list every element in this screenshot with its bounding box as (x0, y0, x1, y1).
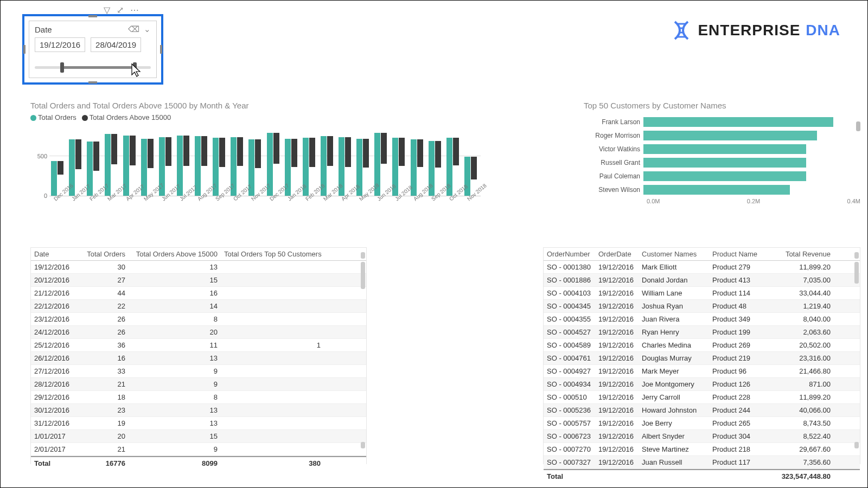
cell: 36 (77, 339, 129, 351)
cell: Mark Elliott (639, 261, 709, 273)
cell: Product 96 (709, 365, 769, 377)
slider-handle-end[interactable] (133, 62, 137, 73)
column-header[interactable]: Customer Names (639, 248, 709, 260)
bar-above-15000 (165, 137, 171, 166)
footer-cell (709, 470, 769, 483)
cell (221, 300, 324, 312)
date-slicer-selected[interactable]: Date ⌫ ⌄ 19/12/2016 28/04/2019 (22, 14, 163, 85)
table-row[interactable]: SO - 000476119/12/2016Douglas MurrayProd… (544, 352, 860, 365)
cell: 20 (129, 326, 221, 338)
column-header[interactable]: OrderNumber (544, 248, 595, 260)
orders-by-date-table[interactable]: DateTotal OrdersTotal Orders Above 15000… (30, 247, 367, 464)
cell: Product 413 (709, 274, 769, 286)
cell: 33 (77, 365, 129, 377)
table-scrollbar[interactable] (361, 262, 365, 289)
table-scrollbar[interactable] (854, 262, 859, 284)
table-row[interactable]: SO - 000523619/12/2016Howard JohnstonPro… (544, 404, 860, 417)
table-row[interactable]: 31/12/20161913 (31, 417, 366, 430)
eraser-icon[interactable]: ⌫ (128, 24, 139, 34)
cell: 31/12/2016 (31, 417, 77, 429)
table-row[interactable]: SO - 000410319/12/2016William LaneProduc… (544, 287, 860, 300)
table-row[interactable]: SO - 000452719/12/2016Ryan HenryProduct … (544, 326, 860, 339)
table-row[interactable]: 29/12/2016188 (31, 391, 366, 404)
cell: 33,044.40 (769, 287, 834, 299)
cell: Product 349 (709, 313, 769, 325)
cell: 19/12/2016 (595, 456, 639, 468)
table-row[interactable]: SO - 000188619/12/2016Donald JordanProdu… (544, 274, 860, 287)
table-scroll-up[interactable] (361, 252, 365, 259)
bar-above-15000 (345, 137, 351, 167)
cell: 19/12/2016 (595, 313, 639, 325)
table-row[interactable]: SO - 00051019/12/2016Jerry CarrollProduc… (544, 391, 860, 404)
table-row[interactable]: SO - 000575719/12/2016Joe BerryProduct 2… (544, 417, 860, 430)
cell: 15 (129, 430, 221, 442)
table-row[interactable]: SO - 000727019/12/2016Steve MartinezProd… (544, 443, 860, 456)
table-row[interactable]: 19/12/20163013 (31, 261, 366, 274)
column-header[interactable]: Date (31, 248, 77, 260)
column-header[interactable]: OrderDate (595, 248, 639, 260)
cell: 2/01/2017 (31, 443, 77, 455)
slider-handle-start[interactable] (60, 62, 64, 73)
selection-handle-left[interactable] (23, 45, 25, 54)
cell: Ryan Henry (639, 326, 709, 338)
table-row[interactable]: 25/12/201636111 (31, 339, 366, 352)
selection-handle-bottom[interactable] (88, 81, 97, 84)
cell: SO - 0007327 (544, 456, 595, 468)
table-row[interactable]: SO - 000138019/12/2016Mark ElliottProduc… (544, 261, 860, 274)
cell: Product 126 (709, 378, 769, 390)
table-row[interactable]: SO - 000434519/12/2016Joshua RyanProduct… (544, 300, 860, 313)
cell: Product 304 (709, 430, 769, 442)
table-row[interactable]: SO - 000492719/12/2016Mark MeyerProduct … (544, 365, 860, 378)
legend-swatch-above-15000 (82, 115, 88, 121)
column-header[interactable]: Total Orders (77, 248, 129, 260)
table-row[interactable]: SO - 000435519/12/2016Juan RiveraProduct… (544, 313, 860, 326)
cell: 7,035.00 (769, 274, 834, 286)
table-row[interactable]: 2/01/2017219 (31, 443, 366, 456)
top-customers-scrollbar[interactable] (856, 121, 860, 131)
table-row[interactable]: SO - 000493419/12/2016Joe MontgomeryProd… (544, 378, 860, 391)
table-row[interactable]: 27/12/2016339 (31, 365, 366, 378)
cell: SO - 000510 (544, 391, 595, 403)
bar-above-15000 (183, 136, 189, 166)
bar-above-15000 (273, 133, 279, 163)
table-row[interactable]: 1/01/20172015 (31, 430, 366, 443)
table-row[interactable]: 21/12/20164416 (31, 287, 366, 300)
table-row[interactable]: SO - 000732719/12/2016Juan RussellProduc… (544, 456, 860, 469)
table-row[interactable]: 22/12/20162214 (31, 300, 366, 313)
cell: Douglas Murray (639, 352, 709, 364)
cell: 9 (129, 365, 221, 377)
table-row[interactable]: SO - 000458919/12/2016Charles MedinaProd… (544, 339, 860, 352)
orders-column-chart[interactable]: Total Orders and Total Orders Above 1500… (30, 101, 481, 217)
table-row[interactable]: 24/12/20162620 (31, 326, 366, 339)
cell: 11 (129, 339, 221, 351)
date-from-input[interactable]: 19/12/2016 (35, 37, 85, 52)
column-header[interactable]: Total Orders Top 50 Customers (221, 248, 324, 260)
table-row[interactable]: SO - 000672319/12/2016Albert SnyderProdu… (544, 430, 860, 443)
date-range-slider[interactable] (35, 61, 151, 77)
table-row[interactable]: 28/12/2016219 (31, 378, 366, 391)
table-row[interactable]: 30/12/20162313 (31, 404, 366, 417)
table-scroll-down[interactable] (854, 442, 859, 448)
column-header[interactable]: Total Orders Above 15000 (129, 248, 221, 260)
date-to-input[interactable]: 28/04/2019 (91, 37, 141, 52)
top-customers-chart[interactable]: Top 50 Customers by Customer Names Frank… (584, 101, 860, 217)
column-header[interactable]: Total Revenue (769, 248, 834, 260)
cell: 21,466.80 (769, 365, 834, 377)
selection-handle-right[interactable] (160, 45, 162, 54)
table-row[interactable]: 26/12/20161613 (31, 352, 366, 365)
order-details-table[interactable]: OrderNumberOrderDateCustomer NamesProduc… (543, 247, 860, 464)
table-row[interactable]: 23/12/2016268 (31, 313, 366, 326)
cell: Product 219 (709, 352, 769, 364)
table-scroll-down[interactable] (361, 442, 365, 448)
selection-handle-top[interactable] (88, 15, 97, 17)
cell: 7,356.60 (769, 456, 834, 468)
cell: 19/12/2016 (595, 326, 639, 338)
cell: Product 265 (709, 417, 769, 429)
table-row[interactable]: 20/12/20162715 (31, 274, 366, 287)
cell: 13 (129, 261, 221, 273)
chevron-down-icon[interactable]: ⌄ (144, 24, 151, 34)
cell: 15 (129, 274, 221, 286)
cell: 22 (77, 300, 129, 312)
column-header[interactable]: Product Name (709, 248, 769, 260)
table-scroll-up[interactable] (854, 252, 859, 259)
